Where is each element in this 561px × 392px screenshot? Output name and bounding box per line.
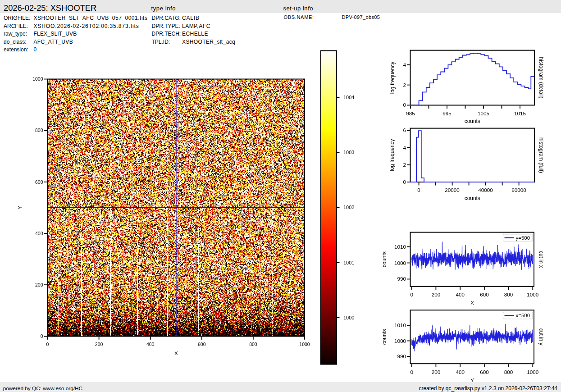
svg-text:counts: counts [465,118,480,124]
svg-text:995: 995 [442,110,452,116]
svg-text:2: 2 [403,82,406,88]
svg-text:800: 800 [249,342,257,347]
svg-text:1010: 1010 [394,322,406,328]
svg-text:1000: 1000 [394,260,406,266]
svg-text:1002: 1002 [343,205,354,210]
svg-text:600: 600 [480,369,489,375]
svg-text:1000: 1000 [32,76,43,82]
svg-text:1010: 1010 [394,244,406,250]
svg-text:200: 200 [95,342,103,347]
svg-text:1000: 1000 [394,338,406,344]
svg-text:histogram (detail): histogram (detail) [538,57,544,99]
svg-text:counts: counts [382,251,388,267]
svg-text:1000: 1000 [527,369,539,375]
svg-text:0: 0 [403,179,406,185]
svg-text:1003: 1003 [343,150,354,155]
svg-text:40000: 40000 [478,187,493,193]
svg-text:4: 4 [403,145,406,150]
svg-text:1000: 1000 [343,315,354,320]
svg-text:400: 400 [456,369,465,375]
svg-text:cut in x: cut in x [538,251,544,268]
svg-text:x=500: x=500 [516,313,530,318]
svg-text:cut in y: cut in y [538,328,544,346]
svg-text:200: 200 [432,369,441,375]
svg-text:1001: 1001 [343,260,354,265]
svg-text:log frequency: log frequency [389,62,396,94]
svg-text:2: 2 [403,162,406,168]
svg-text:1015: 1015 [514,110,526,116]
svg-text:1000: 1000 [527,292,539,297]
svg-text:0: 0 [403,102,406,108]
svg-text:60000: 60000 [511,187,526,193]
svg-text:0: 0 [417,187,420,193]
svg-text:Y: Y [17,206,23,210]
svg-text:0: 0 [41,333,43,339]
svg-text:985: 985 [406,110,415,116]
svg-text:20000: 20000 [445,187,460,193]
svg-text:counts: counts [465,195,480,201]
svg-text:X: X [174,351,178,356]
svg-text:1005: 1005 [478,110,490,116]
svg-text:6: 6 [403,127,406,133]
svg-text:990: 990 [397,353,406,359]
svg-text:400: 400 [35,231,43,236]
svg-text:0: 0 [46,342,49,347]
svg-text:histogram (full): histogram (full) [538,137,544,173]
svg-text:600: 600 [198,342,206,347]
svg-text:400: 400 [456,292,465,297]
svg-text:990: 990 [397,276,406,282]
svg-text:0: 0 [410,292,413,297]
svg-text:X: X [470,300,474,305]
svg-text:200: 200 [432,292,441,297]
svg-text:0: 0 [410,369,413,375]
svg-text:4: 4 [403,62,406,68]
svg-text:200: 200 [35,282,43,287]
svg-text:Y: Y [470,378,474,383]
svg-text:log frequency: log frequency [389,139,396,171]
svg-text:400: 400 [146,342,155,347]
svg-text:1000: 1000 [299,342,310,347]
svg-text:y=500: y=500 [516,235,530,241]
svg-text:1004: 1004 [343,95,354,100]
svg-text:800: 800 [35,128,43,133]
svg-text:600: 600 [35,179,43,185]
svg-text:counts: counts [382,329,388,345]
svg-text:800: 800 [504,369,513,375]
svg-text:800: 800 [504,292,513,297]
svg-text:600: 600 [480,292,489,297]
